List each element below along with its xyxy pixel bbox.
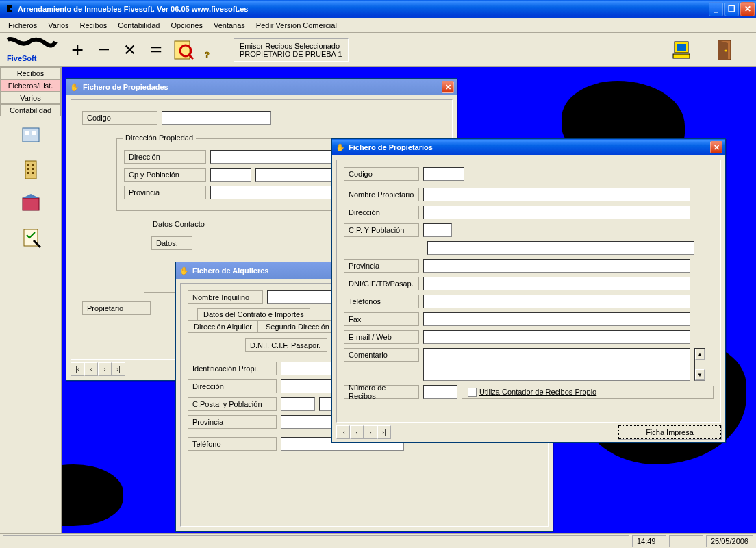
- nav-prev-button[interactable]: ‹: [84, 362, 98, 376]
- prop-nav-next[interactable]: ›: [364, 425, 377, 439]
- fivesoft-logo: FiveSoft: [3, 35, 64, 65]
- cp-input[interactable]: [210, 168, 251, 182]
- comentario-scrollbar[interactable]: ▲ ▼: [694, 348, 705, 381]
- svg-rect-21: [23, 198, 39, 210]
- nav-first-button[interactable]: |‹: [71, 362, 84, 376]
- codigo-input[interactable]: [162, 111, 271, 125]
- tab-segunda-direccion[interactable]: Segunda Dirección: [260, 321, 336, 332]
- toolbar-exit-door-icon[interactable]: [712, 37, 738, 63]
- prop-dni-input[interactable]: [423, 277, 690, 290]
- minimize-button[interactable]: _: [709, 2, 723, 16]
- scroll-up-icon[interactable]: ▲: [695, 349, 705, 360]
- svg-rect-13: [32, 131, 36, 135]
- window-propietarios-close[interactable]: ✕: [710, 141, 722, 153]
- toolbar-help-icon[interactable]: ?: [199, 37, 225, 63]
- prop-nav-first[interactable]: |‹: [336, 425, 350, 439]
- sidebar-tab-ficheros[interactable]: Ficheros/List.: [0, 79, 61, 92]
- hand-icon: ✋: [335, 142, 346, 153]
- prop-provincia-label: Provincia: [344, 259, 419, 273]
- tab-datos-contrato[interactable]: Datos del Contrato e Importes: [197, 308, 310, 320]
- prop-poblacion-input[interactable]: [427, 241, 694, 255]
- svg-rect-19: [27, 172, 29, 174]
- menu-ventanas[interactable]: Ventanas: [208, 19, 251, 32]
- sidebar-building-icon[interactable]: [19, 158, 42, 181]
- hand-icon: ✋: [69, 82, 80, 92]
- prop-nav-prev[interactable]: ‹: [350, 425, 364, 439]
- direccion-label: Dirección: [124, 150, 206, 164]
- prop-fax-input[interactable]: [423, 312, 690, 326]
- menu-recibos[interactable]: Recibos: [75, 19, 113, 32]
- prop-nombre-label: Nombre Propietario: [344, 188, 419, 201]
- cp-alq-input[interactable]: [281, 397, 315, 411]
- prop-contador-label: Utiliza Contador de Recibos Propio: [479, 388, 596, 396]
- menu-opciones[interactable]: Opciones: [165, 19, 207, 32]
- menu-contabilidad[interactable]: Contabilidad: [112, 19, 165, 32]
- sidebar-rentals-icon[interactable]: [19, 192, 42, 215]
- close-button[interactable]: ✕: [740, 2, 755, 16]
- svg-rect-12: [25, 131, 29, 135]
- svg-point-10: [725, 49, 727, 51]
- hand-icon: ✋: [179, 265, 190, 276]
- main-titlebar: Arrendamiento de Inmuebles Fivesoft. Ver…: [0, 0, 756, 18]
- svg-rect-20: [32, 172, 34, 174]
- nav-next-button[interactable]: ›: [98, 362, 112, 376]
- sidebar-tab-varios[interactable]: Varios: [0, 92, 61, 104]
- sidebar-tab-contabilidad[interactable]: Contabilidad: [0, 104, 61, 116]
- prop-telefonos-label: Teléfonos: [344, 295, 419, 308]
- statusbar: 14:49 25/05/2006: [0, 533, 756, 548]
- window-propiedades-titlebar[interactable]: ✋ Fichero de Propiedades ✕: [66, 79, 457, 95]
- scroll-down-icon[interactable]: ▼: [695, 369, 705, 380]
- prop-provincia-input[interactable]: [423, 259, 690, 273]
- svg-rect-16: [32, 164, 34, 166]
- toolbar-multiply-icon[interactable]: ×: [116, 37, 142, 62]
- nav-last-button[interactable]: ›|: [112, 362, 125, 376]
- dni-label: D.N.I. C.I.F. Pasapor.: [245, 338, 327, 352]
- prop-nombre-input[interactable]: [423, 188, 690, 201]
- window-alquileres-title: Fichero de Alquileres: [192, 266, 268, 275]
- provincia-alq-label: Provincia: [188, 415, 277, 429]
- ficha-impresa-button[interactable]: Ficha Impresa: [618, 425, 721, 439]
- prop-contador-checkbox[interactable]: [468, 388, 477, 397]
- prop-direccion-input[interactable]: [423, 206, 690, 219]
- prop-dni-label: DNI/CIF/TR/Pasap.: [344, 277, 419, 290]
- prop-cp-input[interactable]: [423, 223, 452, 237]
- toolbar-equals-icon[interactable]: =: [143, 37, 169, 62]
- mdi-workspace: Recibos Ficheros/List. Varios Contabilid…: [0, 67, 756, 533]
- prop-nav-last[interactable]: ›|: [377, 425, 391, 439]
- toolbar-plus-icon[interactable]: +: [64, 37, 90, 62]
- prop-email-input[interactable]: [423, 330, 690, 344]
- provincia-label: Provincia: [124, 186, 206, 199]
- prop-direccion-label: Dirección: [344, 206, 419, 219]
- sidebar-checklist-icon[interactable]: [19, 226, 42, 249]
- status-message-cell: [3, 535, 629, 547]
- nombre-inquilino-label: Nombre Inquilino: [188, 290, 263, 304]
- prop-numrecibos-input[interactable]: [423, 385, 457, 399]
- prop-comentario-input[interactable]: [423, 348, 690, 381]
- window-propietarios-titlebar[interactable]: ✋ Fichero de Propietarios ✕: [332, 139, 725, 155]
- direccion-alq-label: Dirección: [188, 379, 277, 393]
- toolbar-search-icon[interactable]: [171, 37, 197, 63]
- window-propiedades-title: Fichero de Propiedades: [83, 83, 168, 91]
- status-date: 25/05/2006: [706, 535, 753, 547]
- menu-varios[interactable]: Varios: [42, 19, 74, 32]
- toolbar-minus-icon[interactable]: −: [90, 37, 116, 62]
- window-propiedades-close[interactable]: ✕: [442, 81, 454, 93]
- menubar: Ficheros Varios Recibos Contabilidad Opc…: [0, 18, 756, 33]
- restore-button[interactable]: ❐: [724, 2, 739, 16]
- prop-telefonos-input[interactable]: [423, 295, 690, 308]
- menu-ficheros[interactable]: Ficheros: [3, 19, 42, 32]
- tab-direccion-alquiler[interactable]: Dirección Alquiler: [188, 321, 258, 332]
- sidebar-properties-icon[interactable]: [19, 123, 42, 147]
- toolbar-computer-icon[interactable]: [670, 37, 696, 63]
- window-propietarios: ✋ Fichero de Propietarios ✕ Codigo Nombr…: [331, 138, 726, 443]
- svg-rect-11: [23, 128, 39, 142]
- app-icon: [4, 3, 15, 14]
- prop-codigo-input[interactable]: [423, 167, 464, 181]
- menu-pedir-version[interactable]: Pedir Version Comercial: [251, 19, 342, 32]
- emisor-status-box: Emisor Recibos Seleccionado PROPIETARIO …: [234, 38, 349, 62]
- sidebar-tab-recibos[interactable]: Recibos: [0, 67, 61, 79]
- status-empty-cell: [669, 535, 703, 547]
- sidebar: Recibos Ficheros/List. Varios Contabilid…: [0, 67, 62, 533]
- toolbar: FiveSoft + − × = ? Emisor Recibos Selecc…: [0, 33, 756, 67]
- app-title: Arrendamiento de Inmuebles Fivesoft. Ver…: [18, 5, 707, 13]
